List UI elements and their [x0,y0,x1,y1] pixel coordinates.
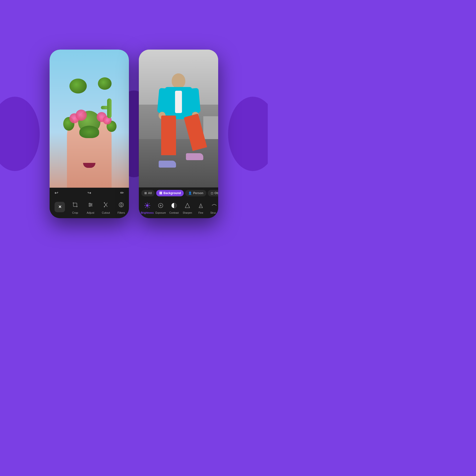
person-shoe-left [159,161,176,168]
cutout-label: Cutout [102,211,110,214]
tab-person-label: Person [193,191,203,195]
adjust-brightness[interactable]: Brightness [141,201,154,214]
adjust-sharpen[interactable]: Sharpen [181,201,194,214]
cactus-art [50,50,129,188]
svg-line-27 [145,204,146,204]
adjust-structure[interactable]: Struc... [208,201,218,214]
toolbar-top-row: ↩ ↪ ✏ [50,190,129,198]
person-shoe-right [186,153,203,160]
exposure-label: Exposure [155,211,166,214]
exposure-icon [156,201,165,210]
structure-label: Struc... [210,211,218,214]
phone-2: ⊞ All 🖼 Background 👤 Person ◻ Object [139,50,218,218]
tab-object[interactable]: ◻ Object [208,190,218,196]
svg-point-9 [91,204,92,205]
sharpen-label: Sharpen [183,211,192,214]
tall-cactus [107,98,112,118]
background-icon: 🖼 [159,191,162,195]
phones-container: ↩ ↪ ✏ ✕ [50,50,218,218]
crop-icon [70,200,80,210]
adjust-fine[interactable]: Fine [194,201,207,214]
fine-label: Fine [198,211,203,214]
tool-adjust[interactable]: Adjust [83,200,98,214]
svg-point-8 [89,203,90,204]
brightness-icon [143,201,152,210]
svg-rect-0 [73,203,77,207]
tool-filters[interactable]: Filters [114,200,128,214]
svg-point-11 [104,202,105,203]
svg-point-14 [120,204,122,206]
cutout-icon [101,200,111,210]
adjust-exposure[interactable]: Exposure [154,201,167,214]
face-body [64,101,114,188]
adjustment-tools: Brightness Exposure [139,199,218,218]
tab-background-label: Background [163,191,181,195]
toolbar-tools: ✕ Crop [50,198,129,218]
phone-1: ↩ ↪ ✏ ✕ [50,50,129,218]
flower-2 [76,110,87,121]
succulent [79,126,99,138]
person-figure [154,73,203,168]
tab-person[interactable]: 👤 Person [185,190,206,196]
object-icon: ◻ [211,191,213,195]
svg-marker-34 [185,203,190,208]
contrast-icon [169,201,179,210]
tab-object-label: Object [214,191,218,195]
tab-all-label: All [148,191,152,195]
tool-crop[interactable]: Crop [68,200,82,214]
svg-point-12 [104,206,105,207]
person-head [172,73,185,88]
brightness-label: Brightness [141,211,154,214]
svg-line-30 [145,207,146,208]
svg-line-28 [149,207,149,208]
svg-line-29 [149,204,149,204]
tool-cancel[interactable]: ✕ [53,202,67,212]
erase-button[interactable]: ✏ [120,190,124,196]
tab-background[interactable]: 🖼 Background [156,190,184,196]
flowers [67,108,112,128]
structure-icon [209,201,218,210]
phone2-canvas [139,50,218,187]
phone1-toolbar: ↩ ↪ ✏ ✕ [50,188,129,218]
cactus-pad-1 [69,79,87,93]
blob-right [228,97,268,171]
selective-tabs: ⊞ All 🖼 Background 👤 Person ◻ Object [139,190,218,199]
person-undershirt [175,91,182,113]
fine-icon [196,201,206,210]
phone2-toolbar: ⊞ All 🖼 Background 👤 Person ◻ Object [139,187,218,218]
svg-point-10 [89,206,90,207]
person-pants-left [161,116,176,155]
adjust-icon [85,200,96,210]
all-icon: ⊞ [144,191,147,195]
tab-all[interactable]: ⊞ All [141,190,155,196]
undo-button[interactable]: ↩ [55,190,58,196]
cactus-pad-2 [98,77,112,90]
phone1-canvas [50,50,129,188]
filters-label: Filters [118,211,125,214]
adjust-label: Adjust [87,211,94,214]
person-icon: 👤 [188,191,192,195]
crop-label: Crop [72,211,78,214]
svg-point-22 [146,204,149,207]
plant-cluster [62,76,117,138]
contrast-label: Contrast [169,211,179,214]
filters-icon [116,200,126,210]
tool-cutout[interactable]: Cutout [99,200,113,214]
cancel-icon-box: ✕ [55,202,65,212]
blob-left [0,97,40,171]
redo-button[interactable]: ↪ [88,190,91,196]
adjust-contrast[interactable]: Contrast [168,201,180,214]
sharpen-icon [183,201,192,210]
